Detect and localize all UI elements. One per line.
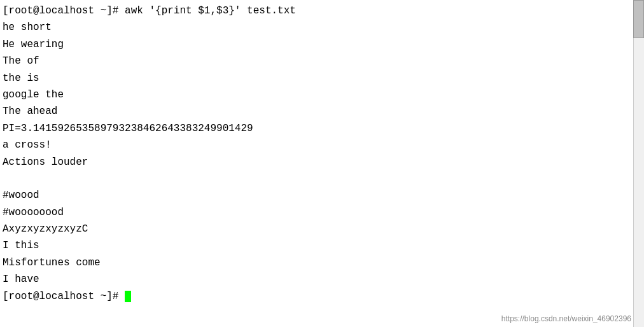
final-prompt-line[interactable]: [root@localhost ~]# bbox=[3, 288, 636, 305]
prompt: [root@localhost ~]# bbox=[3, 5, 118, 17]
output-line-blank bbox=[3, 170, 636, 187]
output-line-8: a cross! bbox=[3, 137, 636, 153]
command-text: awk '{print $1,$3}' test.txt bbox=[118, 5, 295, 17]
output-line-3: The of bbox=[3, 53, 636, 69]
final-prompt: [root@localhost ~]# bbox=[3, 291, 125, 302]
output-line-2: He wearing bbox=[3, 36, 636, 53]
terminal-content: [root@localhost ~]# awk '{print $1,$3}' … bbox=[3, 3, 636, 327]
output-line-13: I this bbox=[3, 237, 636, 254]
output-line-1: he short bbox=[3, 19, 636, 36]
output-line-5: google the bbox=[3, 87, 636, 103]
output-line-10: #woood bbox=[3, 187, 636, 204]
output-line-14: Misfortunes come bbox=[3, 254, 636, 271]
output-line-4: the is bbox=[3, 70, 636, 87]
cursor bbox=[125, 291, 131, 302]
scrollbar-thumb[interactable] bbox=[633, 0, 644, 38]
watermark: https://blog.csdn.net/weixin_46902396 bbox=[501, 314, 631, 323]
output-line-15: I have bbox=[3, 271, 636, 288]
scrollbar[interactable] bbox=[633, 0, 644, 327]
terminal-window: [root@localhost ~]# awk '{print $1,$3}' … bbox=[0, 0, 644, 327]
output-line-12: AxyzxyzxyzxyzC bbox=[3, 221, 636, 237]
output-line-11: #woooooood bbox=[3, 204, 636, 221]
output-line-7: PI=3.14159265358979323846264338324990​14… bbox=[3, 120, 636, 137]
output-line-9: Actions louder bbox=[3, 154, 636, 170]
command-line: [root@localhost ~]# awk '{print $1,$3}' … bbox=[3, 3, 636, 19]
output-line-6: The ahead bbox=[3, 103, 636, 120]
